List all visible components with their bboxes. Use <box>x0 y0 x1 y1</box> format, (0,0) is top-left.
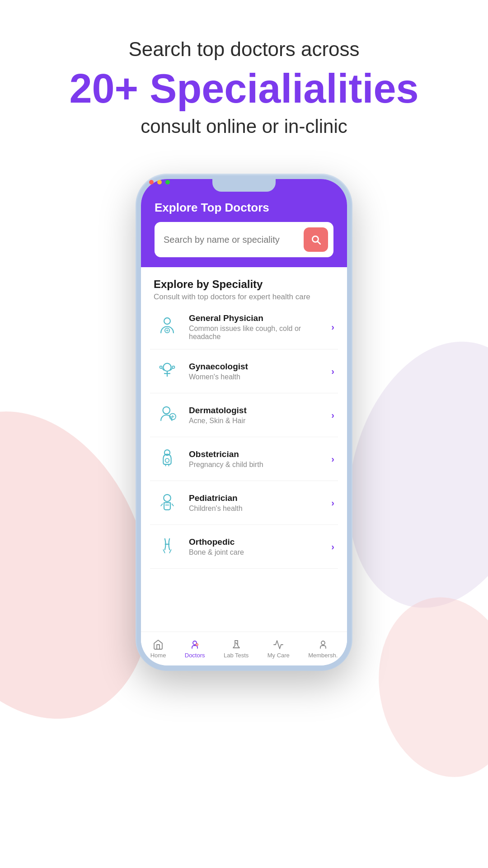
svg-point-17 <box>164 495 171 502</box>
header-subtitle: Search top doctors across <box>0 36 488 62</box>
search-icon <box>310 234 322 245</box>
gynaecologist-text: Gynaecologist Women's health <box>189 362 323 381</box>
nav-label-home: Home <box>150 652 166 659</box>
header-desc: consult online or in-clinic <box>0 116 488 137</box>
dermatologist-name: Dermatologist <box>189 406 323 415</box>
pediatrician-text: Pediatrician Children's health <box>189 493 323 513</box>
dermatologist-icon <box>154 401 181 429</box>
dermatologist-text: Dermatologist Acne, Skin & Hair <box>189 406 323 425</box>
search-bar[interactable] <box>155 222 333 257</box>
nav-item-lab-tests[interactable]: Lab Tests <box>219 636 253 661</box>
speciality-item-pediatrician[interactable]: Pediatrician Children's health › <box>150 481 338 525</box>
status-dots <box>149 180 170 184</box>
chevron-dermatologist: › <box>331 410 334 420</box>
svg-line-24 <box>236 643 237 644</box>
nav-item-home[interactable]: Home <box>146 636 171 661</box>
chevron-orthopedic: › <box>331 542 334 552</box>
gynaecologist-name: Gynaecologist <box>189 362 323 372</box>
svg-point-11 <box>163 407 170 414</box>
general-physician-sub: Common issues like cough, cold or headac… <box>189 325 323 341</box>
speciality-item-orthopedic[interactable]: Orthopedic Bone & joint care › <box>150 525 338 569</box>
nav-item-membership[interactable]: Membersh. <box>304 636 342 661</box>
nav-label-membership: Membersh. <box>308 652 338 659</box>
app-header: Explore Top Doctors <box>141 179 347 267</box>
lab-icon <box>230 639 242 651</box>
phone-notch <box>212 179 276 192</box>
app-content: Explore by Speciality Consult with top d… <box>141 267 347 647</box>
dot-red <box>149 180 154 184</box>
general-physician-icon <box>154 314 181 341</box>
orthopedic-text: Orthopedic Bone & joint care <box>189 537 323 557</box>
obstetrician-text: Obstetrician Pregnancy & child birth <box>189 449 323 469</box>
explore-title: Explore by Speciality <box>154 278 334 291</box>
svg-line-20 <box>172 504 173 506</box>
pediatrician-icon <box>154 489 181 516</box>
svg-point-10 <box>172 366 174 368</box>
chevron-obstetrician: › <box>331 454 334 464</box>
speciality-item-dermatologist[interactable]: Dermatologist Acne, Skin & Hair › <box>150 393 338 437</box>
header-title: 20+ Specialialities <box>0 66 488 111</box>
care-icon <box>272 639 284 651</box>
explore-desc: Consult with top doctors for expert heal… <box>154 292 334 302</box>
pediatrician-sub: Children's health <box>189 505 323 513</box>
dot-green <box>165 180 170 184</box>
dot-yellow <box>157 180 162 184</box>
orthopedic-name: Orthopedic <box>189 537 323 547</box>
general-physician-text: General Physician Common issues like cou… <box>189 313 323 341</box>
doctors-icon <box>189 639 201 651</box>
speciality-list: General Physician Common issues like cou… <box>141 305 347 569</box>
svg-line-19 <box>161 504 162 506</box>
chevron-pediatrician: › <box>331 498 334 508</box>
orthopedic-sub: Bone & joint care <box>189 548 323 557</box>
svg-point-9 <box>160 366 162 368</box>
gynaecologist-sub: Women's health <box>189 373 323 381</box>
phone-wrapper: Explore Top Doctors Explore by Specialit… <box>0 174 488 671</box>
search-button[interactable] <box>304 227 328 252</box>
speciality-item-general-physician[interactable]: General Physician Common issues like cou… <box>150 305 338 349</box>
speciality-item-obstetrician[interactable]: Obstetrician Pregnancy & child birth › <box>150 437 338 481</box>
phone-inner: Explore Top Doctors Explore by Specialit… <box>141 179 347 665</box>
pediatrician-name: Pediatrician <box>189 493 323 503</box>
svg-point-25 <box>321 641 325 645</box>
chevron-general: › <box>331 322 334 332</box>
svg-point-4 <box>163 363 171 371</box>
chevron-gynaecologist: › <box>331 366 334 377</box>
phone-outer: Explore Top Doctors Explore by Specialit… <box>136 174 352 671</box>
general-physician-name: General Physician <box>189 313 323 323</box>
nav-label-lab-tests: Lab Tests <box>224 652 249 659</box>
nav-label-my-care: My Care <box>267 652 290 659</box>
doctors-icon-wrap <box>189 639 201 651</box>
nav-label-doctors: Doctors <box>185 652 205 659</box>
orthopedic-icon <box>154 533 181 560</box>
nav-item-doctors[interactable]: Doctors <box>180 636 210 661</box>
gynaecologist-icon <box>154 358 181 385</box>
nav-item-my-care[interactable]: My Care <box>263 636 294 661</box>
home-icon <box>152 639 164 651</box>
dermatologist-sub: Acne, Skin & Hair <box>189 417 323 425</box>
svg-point-0 <box>164 318 170 324</box>
search-input[interactable] <box>164 235 299 245</box>
bottom-nav: Home Doctors <box>141 632 347 665</box>
membership-icon <box>317 639 329 651</box>
speciality-header: Explore by Speciality Consult with top d… <box>141 267 347 305</box>
app-header-title: Explore Top Doctors <box>155 201 333 215</box>
header-section: Search top doctors across 20+ Specialial… <box>0 0 488 137</box>
speciality-item-gynaecologist[interactable]: Gynaecologist Women's health › <box>150 349 338 393</box>
svg-point-16 <box>165 458 169 462</box>
obstetrician-name: Obstetrician <box>189 449 323 459</box>
obstetrician-icon <box>154 445 181 472</box>
obstetrician-sub: Pregnancy & child birth <box>189 461 323 469</box>
